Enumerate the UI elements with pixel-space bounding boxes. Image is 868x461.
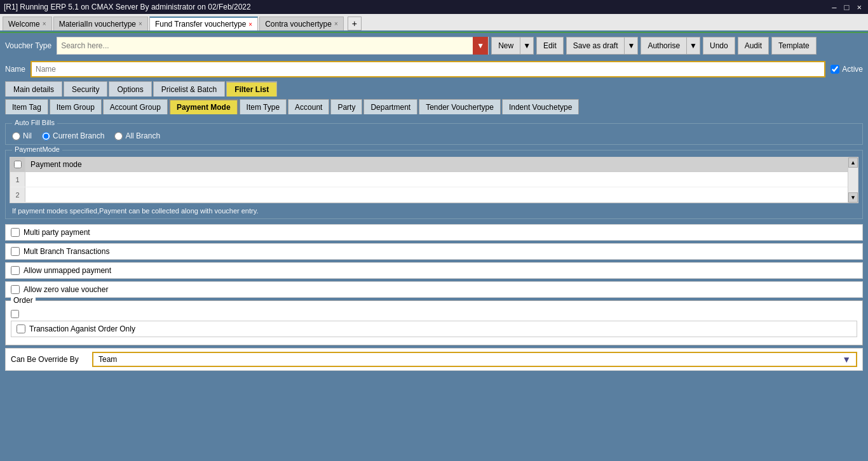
order-legend: Order [11,296,36,305]
override-section: Can Be Override By Team ▼ [5,348,863,371]
inner-tab-account-group[interactable]: Account Group [103,99,168,114]
inner-tab-department[interactable]: Department [363,99,417,114]
name-bar: Name Active [0,58,868,80]
row-num-2: 2 [10,187,25,202]
name-label: Name [5,65,25,74]
sub-tab-filter-list[interactable]: Filter List [226,81,277,97]
table-row: 1 [10,172,848,187]
audit-button[interactable]: Audit [738,37,769,55]
name-input[interactable] [31,61,825,77]
tab-close-materialin[interactable]: × [139,20,142,27]
tab-materialin[interactable]: MaterialIn vouchertype × [53,17,148,30]
undo-button[interactable]: Undo [703,37,735,55]
checkbox-mult-branch: Mult Branch Transactions [5,243,863,260]
maximize-button[interactable]: □ [842,3,852,12]
checkbox-transaction-order: Transaction Aganist Order Only [11,321,857,337]
inner-tab-account[interactable]: Account [288,99,329,114]
tab-fundtransfer[interactable]: Fund Transfer vouchertype × [149,17,258,30]
auto-fill-radio-group: Nil Current Branch All Branch [12,131,856,140]
checkbox-mult-branch-label: Mult Branch Transactions [24,247,109,256]
checkbox-multi-party: Multi party payment [5,224,863,241]
radio-current-branch-input[interactable] [42,132,50,140]
new-button[interactable]: New [491,37,520,55]
checkbox-allow-zero: Allow zero value voucher [5,281,863,298]
title-bar: [R1] Running ERP 5.1 on CMAX Server By a… [0,0,868,14]
authorise-button-group: Authorise ▼ [641,37,700,55]
checkbox-allow-zero-label: Allow zero value voucher [24,285,108,294]
tab-close-contra[interactable]: × [334,20,338,27]
payment-mode-legend: PaymentMode [12,145,62,153]
scrollbar-down[interactable]: ▼ [848,192,858,203]
tab-bar: Welcome × MaterialIn vouchertype × Fund … [0,14,868,32]
radio-nil-input[interactable] [12,132,20,140]
inner-tab-item-group[interactable]: Item Group [50,99,102,114]
close-button[interactable]: × [854,3,864,12]
radio-nil[interactable]: Nil [12,131,32,140]
override-dropdown-icon[interactable]: ▼ [842,354,851,364]
add-tab-button[interactable]: + [348,17,362,30]
row-num-1: 1 [10,172,25,187]
grid-scrollbar: ▲ ▼ [848,157,858,203]
grid-checkbox-col [10,157,25,171]
grid-header: Payment mode [10,157,848,172]
checkbox-allow-unmapped-input[interactable] [11,266,20,275]
grid-select-all[interactable] [14,161,22,168]
voucher-type-label: Voucher Type [5,41,51,50]
tab-contra[interactable]: Contra vouchertype × [259,17,344,30]
search-dropdown-button[interactable]: ▼ [473,37,488,55]
active-label: Active [842,65,863,74]
new-dropdown-button[interactable]: ▼ [520,37,534,55]
inner-tab-item-type[interactable]: Item Type [240,99,287,114]
order-main-checkbox[interactable] [11,310,19,318]
window-controls: – □ × [829,3,864,12]
tab-close-fundtransfer[interactable]: × [248,21,252,28]
active-checkbox[interactable] [831,65,839,74]
override-label: Can Be Override By [11,355,87,364]
payment-mode-grid: Payment mode 1 2 ▲ ▼ [10,157,858,203]
scrollbar-up[interactable]: ▲ [848,157,858,168]
sub-tab-main-details[interactable]: Main details [5,81,62,97]
inner-tab-item-tag[interactable]: Item Tag [5,99,48,114]
search-input[interactable] [57,41,473,50]
inner-tab-party[interactable]: Party [330,99,362,114]
save-as-draft-button[interactable]: Save as draft [566,37,625,55]
grid-col-payment-mode: Payment mode [25,157,848,171]
checkbox-multi-party-input[interactable] [11,228,20,237]
radio-all-branch[interactable]: All Branch [114,131,160,140]
payment-note: If payment modes specified,Payment can b… [6,203,862,218]
edit-button[interactable]: Edit [536,37,564,55]
app-title: [R1] Running ERP 5.1 on CMAX Server By a… [4,3,251,11]
inner-tab-tender-vouchertype[interactable]: Tender Vouchertype [419,99,501,114]
active-checkbox-label: Active [831,65,863,74]
minimize-button[interactable]: – [829,3,839,12]
sub-tab-options[interactable]: Options [109,81,151,97]
radio-current-branch-label: Current Branch [53,131,104,140]
checkbox-transaction-order-input[interactable] [17,324,25,333]
row-cell-1[interactable] [25,172,848,187]
row-cell-2[interactable] [25,187,848,202]
template-button[interactable]: Template [771,37,817,55]
tab-welcome[interactable]: Welcome × [3,17,52,30]
authorise-dropdown-button[interactable]: ▼ [686,37,700,55]
save-as-draft-button-group: Save as draft ▼ [566,37,639,55]
main-panel: Auto Fill Bills Nil Current Branch All B… [0,114,868,377]
sub-tab-pricelist-batch[interactable]: Pricelist & Batch [153,81,225,97]
checkbox-mult-branch-input[interactable] [11,247,20,256]
inner-tab-indent-vouchetype[interactable]: Indent Vouchetype [502,99,579,114]
auto-fill-bills-legend: Auto Fill Bills [12,119,57,126]
auto-fill-bills-section: Auto Fill Bills Nil Current Branch All B… [5,123,863,145]
inner-tabs: Item Tag Item Group Account Group Paymen… [0,97,868,114]
inner-tab-payment-mode[interactable]: Payment Mode [169,99,238,114]
sub-tab-security[interactable]: Security [64,81,107,97]
radio-current-branch[interactable]: Current Branch [42,131,104,140]
tab-close-welcome[interactable]: × [43,20,46,27]
override-input[interactable]: Team ▼ [92,352,857,367]
scrollbar-track [848,168,858,192]
checkbox-multi-party-label: Multi party payment [24,228,90,237]
save-as-draft-dropdown-button[interactable]: ▼ [624,37,638,55]
order-section: Order Transaction Aganist Order Only [5,300,863,345]
checkbox-allow-zero-input[interactable] [11,285,20,294]
toolbar: Voucher Type ▼ New ▼ Edit Save as draft … [0,33,868,58]
radio-all-branch-input[interactable] [114,132,123,140]
authorise-button[interactable]: Authorise [641,37,686,55]
